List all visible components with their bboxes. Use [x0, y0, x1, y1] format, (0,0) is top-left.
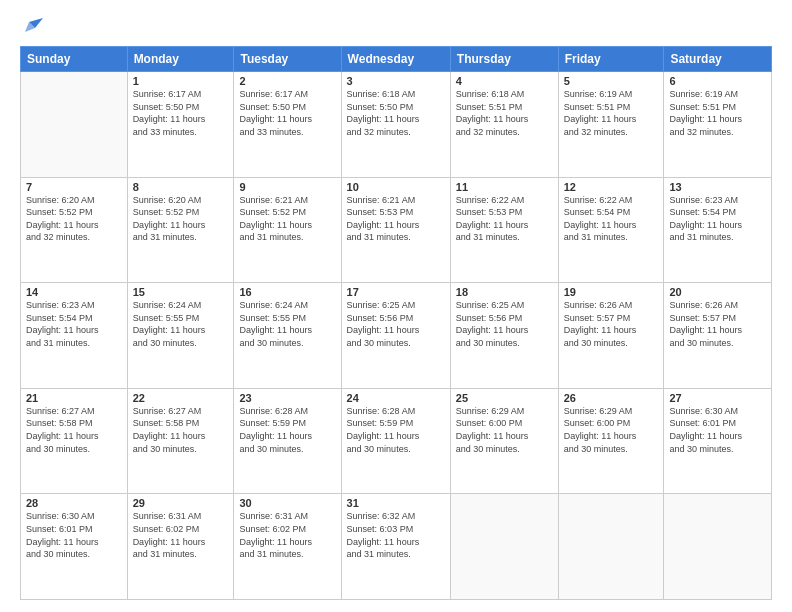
calendar-cell: 3Sunrise: 6:18 AMSunset: 5:50 PMDaylight…: [341, 72, 450, 178]
calendar-cell: 6Sunrise: 6:19 AMSunset: 5:51 PMDaylight…: [664, 72, 772, 178]
calendar-cell: [21, 72, 128, 178]
day-info: Sunrise: 6:30 AMSunset: 6:01 PMDaylight:…: [26, 510, 122, 560]
day-info: Sunrise: 6:31 AMSunset: 6:02 PMDaylight:…: [133, 510, 229, 560]
day-number: 12: [564, 181, 659, 193]
calendar-cell: 14Sunrise: 6:23 AMSunset: 5:54 PMDayligh…: [21, 283, 128, 389]
day-number: 26: [564, 392, 659, 404]
day-number: 20: [669, 286, 766, 298]
day-info: Sunrise: 6:30 AMSunset: 6:01 PMDaylight:…: [669, 405, 766, 455]
day-number: 6: [669, 75, 766, 87]
calendar-header-wednesday: Wednesday: [341, 47, 450, 72]
calendar-cell: 5Sunrise: 6:19 AMSunset: 5:51 PMDaylight…: [558, 72, 664, 178]
calendar-body: 1Sunrise: 6:17 AMSunset: 5:50 PMDaylight…: [21, 72, 772, 600]
day-info: Sunrise: 6:17 AMSunset: 5:50 PMDaylight:…: [239, 88, 335, 138]
day-info: Sunrise: 6:24 AMSunset: 5:55 PMDaylight:…: [239, 299, 335, 349]
calendar-cell: 21Sunrise: 6:27 AMSunset: 5:58 PMDayligh…: [21, 388, 128, 494]
calendar-cell: 24Sunrise: 6:28 AMSunset: 5:59 PMDayligh…: [341, 388, 450, 494]
day-number: 31: [347, 497, 445, 509]
day-info: Sunrise: 6:32 AMSunset: 6:03 PMDaylight:…: [347, 510, 445, 560]
calendar-cell: 7Sunrise: 6:20 AMSunset: 5:52 PMDaylight…: [21, 177, 128, 283]
day-info: Sunrise: 6:17 AMSunset: 5:50 PMDaylight:…: [133, 88, 229, 138]
day-info: Sunrise: 6:29 AMSunset: 6:00 PMDaylight:…: [564, 405, 659, 455]
calendar-cell: 4Sunrise: 6:18 AMSunset: 5:51 PMDaylight…: [450, 72, 558, 178]
calendar-cell: 28Sunrise: 6:30 AMSunset: 6:01 PMDayligh…: [21, 494, 128, 600]
day-info: Sunrise: 6:26 AMSunset: 5:57 PMDaylight:…: [564, 299, 659, 349]
day-number: 13: [669, 181, 766, 193]
day-info: Sunrise: 6:27 AMSunset: 5:58 PMDaylight:…: [133, 405, 229, 455]
day-info: Sunrise: 6:19 AMSunset: 5:51 PMDaylight:…: [564, 88, 659, 138]
day-number: 15: [133, 286, 229, 298]
calendar-week-3: 14Sunrise: 6:23 AMSunset: 5:54 PMDayligh…: [21, 283, 772, 389]
day-info: Sunrise: 6:20 AMSunset: 5:52 PMDaylight:…: [133, 194, 229, 244]
day-number: 22: [133, 392, 229, 404]
calendar-cell: [558, 494, 664, 600]
day-info: Sunrise: 6:25 AMSunset: 5:56 PMDaylight:…: [456, 299, 553, 349]
day-number: 1: [133, 75, 229, 87]
calendar-cell: 27Sunrise: 6:30 AMSunset: 6:01 PMDayligh…: [664, 388, 772, 494]
calendar-cell: 25Sunrise: 6:29 AMSunset: 6:00 PMDayligh…: [450, 388, 558, 494]
logo: [20, 18, 44, 36]
calendar-cell: 2Sunrise: 6:17 AMSunset: 5:50 PMDaylight…: [234, 72, 341, 178]
day-info: Sunrise: 6:21 AMSunset: 5:53 PMDaylight:…: [347, 194, 445, 244]
day-info: Sunrise: 6:28 AMSunset: 5:59 PMDaylight:…: [347, 405, 445, 455]
logo-bird-icon: [21, 18, 43, 36]
day-number: 25: [456, 392, 553, 404]
calendar-table: SundayMondayTuesdayWednesdayThursdayFrid…: [20, 46, 772, 600]
calendar-cell: 22Sunrise: 6:27 AMSunset: 5:58 PMDayligh…: [127, 388, 234, 494]
day-number: 8: [133, 181, 229, 193]
calendar-cell: [450, 494, 558, 600]
calendar-week-4: 21Sunrise: 6:27 AMSunset: 5:58 PMDayligh…: [21, 388, 772, 494]
day-number: 21: [26, 392, 122, 404]
day-number: 5: [564, 75, 659, 87]
day-info: Sunrise: 6:20 AMSunset: 5:52 PMDaylight:…: [26, 194, 122, 244]
day-number: 29: [133, 497, 229, 509]
calendar-cell: 12Sunrise: 6:22 AMSunset: 5:54 PMDayligh…: [558, 177, 664, 283]
calendar-cell: 9Sunrise: 6:21 AMSunset: 5:52 PMDaylight…: [234, 177, 341, 283]
day-info: Sunrise: 6:24 AMSunset: 5:55 PMDaylight:…: [133, 299, 229, 349]
day-number: 18: [456, 286, 553, 298]
calendar-cell: 19Sunrise: 6:26 AMSunset: 5:57 PMDayligh…: [558, 283, 664, 389]
calendar-header-monday: Monday: [127, 47, 234, 72]
day-info: Sunrise: 6:18 AMSunset: 5:51 PMDaylight:…: [456, 88, 553, 138]
calendar-cell: 20Sunrise: 6:26 AMSunset: 5:57 PMDayligh…: [664, 283, 772, 389]
day-info: Sunrise: 6:23 AMSunset: 5:54 PMDaylight:…: [26, 299, 122, 349]
calendar-header-tuesday: Tuesday: [234, 47, 341, 72]
day-number: 24: [347, 392, 445, 404]
day-info: Sunrise: 6:25 AMSunset: 5:56 PMDaylight:…: [347, 299, 445, 349]
calendar-cell: 15Sunrise: 6:24 AMSunset: 5:55 PMDayligh…: [127, 283, 234, 389]
calendar-cell: 18Sunrise: 6:25 AMSunset: 5:56 PMDayligh…: [450, 283, 558, 389]
day-number: 17: [347, 286, 445, 298]
calendar-cell: 31Sunrise: 6:32 AMSunset: 6:03 PMDayligh…: [341, 494, 450, 600]
calendar-header-saturday: Saturday: [664, 47, 772, 72]
day-info: Sunrise: 6:21 AMSunset: 5:52 PMDaylight:…: [239, 194, 335, 244]
calendar-cell: 8Sunrise: 6:20 AMSunset: 5:52 PMDaylight…: [127, 177, 234, 283]
day-number: 27: [669, 392, 766, 404]
day-number: 11: [456, 181, 553, 193]
calendar-cell: 16Sunrise: 6:24 AMSunset: 5:55 PMDayligh…: [234, 283, 341, 389]
day-number: 30: [239, 497, 335, 509]
day-number: 7: [26, 181, 122, 193]
day-number: 4: [456, 75, 553, 87]
calendar-cell: 30Sunrise: 6:31 AMSunset: 6:02 PMDayligh…: [234, 494, 341, 600]
calendar-header-thursday: Thursday: [450, 47, 558, 72]
day-info: Sunrise: 6:22 AMSunset: 5:53 PMDaylight:…: [456, 194, 553, 244]
day-info: Sunrise: 6:29 AMSunset: 6:00 PMDaylight:…: [456, 405, 553, 455]
calendar-cell: 17Sunrise: 6:25 AMSunset: 5:56 PMDayligh…: [341, 283, 450, 389]
day-number: 2: [239, 75, 335, 87]
day-info: Sunrise: 6:27 AMSunset: 5:58 PMDaylight:…: [26, 405, 122, 455]
day-number: 3: [347, 75, 445, 87]
calendar-header-sunday: Sunday: [21, 47, 128, 72]
day-info: Sunrise: 6:22 AMSunset: 5:54 PMDaylight:…: [564, 194, 659, 244]
calendar-cell: 23Sunrise: 6:28 AMSunset: 5:59 PMDayligh…: [234, 388, 341, 494]
day-info: Sunrise: 6:19 AMSunset: 5:51 PMDaylight:…: [669, 88, 766, 138]
day-number: 9: [239, 181, 335, 193]
calendar-header-row: SundayMondayTuesdayWednesdayThursdayFrid…: [21, 47, 772, 72]
day-number: 10: [347, 181, 445, 193]
calendar-week-1: 1Sunrise: 6:17 AMSunset: 5:50 PMDaylight…: [21, 72, 772, 178]
day-number: 16: [239, 286, 335, 298]
day-info: Sunrise: 6:26 AMSunset: 5:57 PMDaylight:…: [669, 299, 766, 349]
calendar-cell: 10Sunrise: 6:21 AMSunset: 5:53 PMDayligh…: [341, 177, 450, 283]
calendar-cell: 13Sunrise: 6:23 AMSunset: 5:54 PMDayligh…: [664, 177, 772, 283]
day-info: Sunrise: 6:31 AMSunset: 6:02 PMDaylight:…: [239, 510, 335, 560]
day-number: 14: [26, 286, 122, 298]
